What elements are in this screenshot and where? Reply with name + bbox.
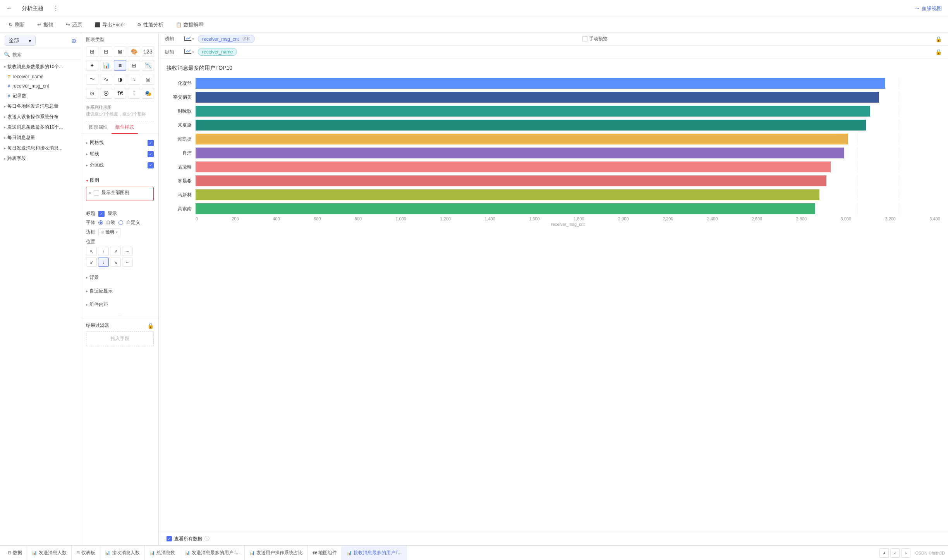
grid-line-toggle[interactable]: ✓ xyxy=(148,140,154,146)
chart-donut-btn[interactable]: ⊙ xyxy=(86,88,98,99)
view-all-info-icon: ⓘ xyxy=(204,535,210,542)
chart-scatter-btn[interactable]: ✦ xyxy=(86,60,98,71)
chart-bar-v-btn[interactable]: 📊 xyxy=(100,60,112,71)
background-header[interactable]: ▸ 背景 xyxy=(86,272,154,283)
chart-pivot-btn[interactable]: ⊠ xyxy=(114,46,126,57)
bottom-tab-dashboard[interactable]: ⊞ 仪表板 xyxy=(72,546,100,560)
tab-prev-button[interactable]: ‹ xyxy=(890,548,900,558)
y-axis-type-icon[interactable]: ▾ xyxy=(184,49,194,55)
category-dropdown[interactable]: 全部 ▾ xyxy=(5,36,36,46)
chart-bar-h-btn[interactable]: ≡ xyxy=(114,60,126,71)
add-field-icon[interactable]: ⊕ xyxy=(71,37,76,45)
lineage-view-label[interactable]: 血缘视图 xyxy=(922,5,942,12)
chart-table-btn[interactable]: ⊞ xyxy=(86,46,98,57)
bottom-tab-map[interactable]: 🗺 地图组件 xyxy=(308,546,342,560)
chart-gauge-btn[interactable]: ◎ xyxy=(142,74,154,85)
chart-color-table-btn[interactable]: 🎨 xyxy=(128,46,140,57)
y-axis-lock-icon[interactable]: 🔒 xyxy=(935,49,942,55)
tab-component-style[interactable]: 组件样式 xyxy=(112,121,138,134)
x-axis-lock-icon[interactable]: 🔒 xyxy=(935,36,942,42)
pos-middle-right[interactable]: → xyxy=(122,247,133,256)
pos-top-left[interactable]: ↖ xyxy=(86,247,97,256)
group-chevron-icon4: ▸ xyxy=(4,125,6,129)
y-axis-field-tag[interactable]: receiver_name xyxy=(198,48,237,56)
result-filter-header: 结果过滤器 🔒 xyxy=(86,322,154,329)
chart-map-btn[interactable]: 🗺 xyxy=(114,88,126,99)
view-all-checkbox[interactable]: ✓ xyxy=(167,536,172,541)
chart-line-btn[interactable]: 〜 xyxy=(86,74,98,85)
chart-heatmap-btn[interactable]: ⊞ xyxy=(128,60,140,71)
pos-bottom-left[interactable]: ↙ xyxy=(86,258,97,267)
data-explain-button[interactable]: 📋 数据解释 xyxy=(173,20,206,30)
field-list: ▾ 接收消息条数最多的10个... T receiver_name # rece… xyxy=(0,60,81,545)
more-icon[interactable]: ⋮ xyxy=(53,5,59,12)
legend-outline-box: ▸ 显示全部图例 xyxy=(86,187,154,201)
chart-bar-compare-btn[interactable]: 📉 xyxy=(142,60,154,71)
legend-show-all-item[interactable]: ▸ 显示全部图例 xyxy=(89,189,150,196)
field-group-sender-device[interactable]: ▸ 发送人设备操作系统分布 xyxy=(0,112,81,122)
field-group-cross-field[interactable]: ▸ 跨表字段 xyxy=(0,153,81,164)
redo-button[interactable]: ↪ 还原 xyxy=(64,20,84,30)
x-axis-type-icon[interactable]: ▾ xyxy=(184,36,194,42)
bottom-tab-top-receiver[interactable]: 📊 接收消息最多的用户T... xyxy=(342,546,407,560)
segment-toggle[interactable]: ✓ xyxy=(148,162,154,168)
field-group-header-main[interactable]: ▾ 接收消息条数最多的10个... xyxy=(0,62,81,72)
bottom-tab-os-dist[interactable]: 📊 发送用户操作系统占比 xyxy=(245,546,308,560)
pos-middle-left[interactable]: ← xyxy=(122,258,133,267)
undo-button[interactable]: ↩ 撤销 xyxy=(35,20,56,30)
bottom-tab-total-msg[interactable]: 📊 总消息数 xyxy=(145,546,180,560)
perf-analysis-button[interactable]: ⚙ 性能分析 xyxy=(135,20,166,30)
field-group-daily-msg[interactable]: ▸ 每日消息总量 xyxy=(0,132,81,143)
title-show-checkbox[interactable]: ✓ xyxy=(98,211,105,217)
tab-next-button[interactable]: › xyxy=(901,548,910,558)
field-group-sender-top10[interactable]: ▸ 发送消息条数最多的10个... xyxy=(0,122,81,132)
show-all-legend-checkbox[interactable] xyxy=(94,190,99,196)
field-item-receiver-msg-cnt[interactable]: # receiver_msg_cnt xyxy=(0,81,81,91)
chart-wave-btn[interactable]: ≈ xyxy=(128,74,140,85)
prop-segment[interactable]: ▸ 分区线 ✓ xyxy=(86,160,154,171)
refresh-button[interactable]: ↻ 刷新 xyxy=(6,20,27,30)
adaptive-header[interactable]: ▸ 自适应显示 xyxy=(86,286,154,296)
font-custom-radio[interactable] xyxy=(118,220,123,225)
tab-add-button[interactable]: + xyxy=(879,548,889,558)
pos-bottom-center[interactable]: ↓ xyxy=(98,258,109,267)
result-filter-lock-icon[interactable]: 🔒 xyxy=(147,323,154,329)
chart-dot-btn[interactable]: ⁚ xyxy=(128,88,140,99)
back-icon[interactable]: ← xyxy=(6,5,12,12)
padding-header[interactable]: ▸ 组件内距 xyxy=(86,299,154,310)
border-select[interactable]: ⊘ 透明 ▾ xyxy=(98,228,120,236)
field-item-receiver-name[interactable]: T receiver_name xyxy=(0,72,81,81)
chart-cross-btn[interactable]: ⊟ xyxy=(100,46,112,57)
chart-area-btn[interactable]: ∿ xyxy=(100,74,112,85)
tab-chart-props[interactable]: 图形属性 xyxy=(85,121,112,134)
y-axis-dropdown-icon[interactable]: ▾ xyxy=(192,50,194,54)
bottom-tab-top-sender[interactable]: 📊 发送消息最多的用户T... xyxy=(180,546,245,560)
x-axis-field-tag[interactable]: receiver_msg_cnt 求和 xyxy=(198,35,255,43)
bottom-tab-send-count[interactable]: 📊 发送消息人数 xyxy=(27,546,72,560)
chart-number-btn[interactable]: 123 xyxy=(142,46,154,57)
bar-fill-3 xyxy=(196,120,866,131)
chart-pie-btn[interactable]: ◑ xyxy=(114,74,126,85)
pos-top-center[interactable]: ↑ xyxy=(98,247,109,256)
search-input[interactable] xyxy=(12,52,77,57)
prop-grid-line[interactable]: ▸ 网格线 ✓ xyxy=(86,137,154,148)
prop-axis-line[interactable]: ▸ 轴线 ✓ xyxy=(86,148,154,160)
field-group-send-receive[interactable]: ▸ 每日发送消息和接收消息... xyxy=(0,143,81,153)
bar-name-4: 潮凯捷 xyxy=(167,136,192,143)
drag-field-zone[interactable]: 拖入字段 xyxy=(86,331,154,346)
manual-preview-checkbox[interactable] xyxy=(582,36,587,41)
legend-header[interactable]: ▾ 图例 xyxy=(86,177,154,184)
field-item-record-count[interactable]: # 记录数 xyxy=(0,91,81,101)
bottom-tab-receive-count[interactable]: 📊 接收消息人数 xyxy=(100,546,145,560)
pos-bottom-right[interactable]: ↘ xyxy=(110,258,121,267)
export-excel-button[interactable]: ⬛ 导出Excel xyxy=(92,20,127,30)
x-axis-dropdown-icon[interactable]: ▾ xyxy=(192,37,194,41)
bottom-tab-data[interactable]: ⊟ 数据 xyxy=(3,546,27,560)
chart-bubble-btn[interactable]: ⦿ xyxy=(100,88,112,99)
pos-top-right[interactable]: ↗ xyxy=(110,247,121,256)
field-group-daily-region[interactable]: ▸ 每日各地区发送消息总量 xyxy=(0,101,81,112)
axis-line-toggle[interactable]: ✓ xyxy=(148,151,154,157)
svg-rect-1 xyxy=(184,36,185,40)
font-auto-radio[interactable] xyxy=(98,220,103,225)
chart-color-pie-btn[interactable]: 🎭 xyxy=(142,88,154,99)
